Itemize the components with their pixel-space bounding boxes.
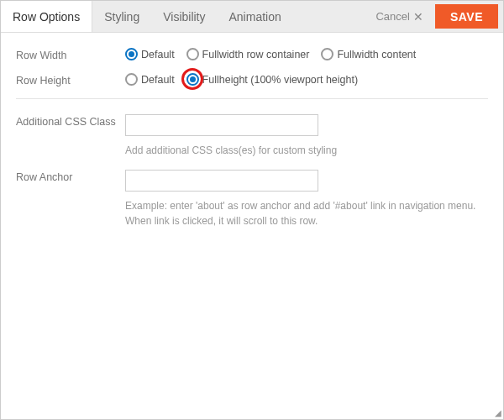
tab-bar: Row Options Styling Visibility Animation… — [1, 1, 503, 33]
row-width-label: Row Width — [16, 48, 125, 61]
tab-row-options[interactable]: Row Options — [1, 1, 92, 32]
row-height-default-radio[interactable]: Default — [125, 73, 175, 86]
css-class-input[interactable] — [125, 114, 318, 136]
tab-styling[interactable]: Styling — [92, 1, 151, 32]
radio-icon — [125, 48, 138, 60]
row-width-default-radio[interactable]: Default — [125, 48, 175, 60]
divider — [16, 98, 488, 99]
row-height-fullheight-radio[interactable]: Fullheight (100% viewport height) — [186, 73, 359, 86]
row-width-fullwidth-content-radio[interactable]: Fullwidth content — [321, 48, 416, 60]
radio-label: Fullwidth content — [337, 49, 416, 60]
radio-icon — [321, 48, 333, 60]
cancel-button[interactable]: Cancel ✕ — [367, 1, 431, 32]
row-anchor-help: Example: enter 'about' as row anchor and… — [125, 198, 478, 228]
dialog-content: Row Width Default Fullwidth row containe… — [1, 33, 503, 228]
radio-label: Fullheight (100% viewport height) — [202, 74, 359, 86]
row-settings-dialog: Row Options Styling Visibility Animation… — [0, 0, 504, 420]
radio-icon — [125, 73, 138, 86]
radio-label: Fullwidth row container — [202, 49, 310, 60]
radio-icon — [186, 48, 199, 60]
row-anchor-input[interactable] — [125, 170, 318, 192]
tab-visibility[interactable]: Visibility — [151, 1, 217, 32]
save-button[interactable]: SAVE — [435, 4, 498, 29]
css-class-label: Additional CSS Class — [16, 114, 125, 128]
cancel-label: Cancel — [375, 10, 409, 23]
row-height-label: Row Height — [16, 73, 125, 87]
resize-handle-icon[interactable]: ◢ — [495, 408, 501, 417]
tab-animation[interactable]: Animation — [218, 1, 293, 32]
row-width-fullwidth-container-radio[interactable]: Fullwidth row container — [186, 48, 310, 60]
css-class-help: Add additional CSS class(es) for custom … — [125, 143, 478, 158]
close-icon: ✕ — [413, 10, 423, 24]
radio-label: Default — [141, 49, 175, 60]
row-anchor-label: Row Anchor — [16, 170, 125, 183]
radio-icon — [186, 73, 199, 86]
radio-label: Default — [141, 74, 175, 86]
